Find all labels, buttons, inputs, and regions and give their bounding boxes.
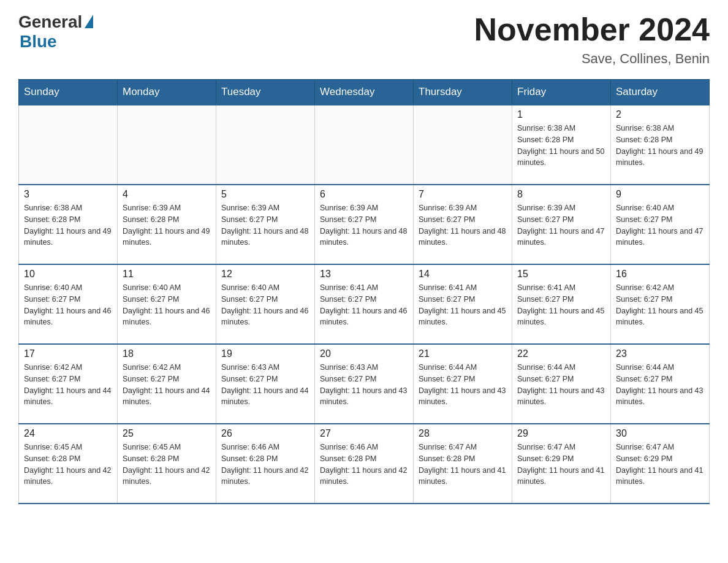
calendar-cell: 17Sunrise: 6:42 AM Sunset: 6:27 PM Dayli… <box>19 344 118 424</box>
day-number: 3 <box>24 189 112 200</box>
day-number: 20 <box>320 348 408 359</box>
day-number: 21 <box>419 348 507 359</box>
day-number: 2 <box>616 109 704 120</box>
day-number: 7 <box>419 189 507 200</box>
calendar-cell: 27Sunrise: 6:46 AM Sunset: 6:28 PM Dayli… <box>315 424 414 504</box>
calendar-cell: 12Sunrise: 6:40 AM Sunset: 6:27 PM Dayli… <box>216 264 315 344</box>
day-number: 17 <box>24 348 112 359</box>
weekday-header-saturday: Saturday <box>611 80 710 105</box>
calendar-cell: 3Sunrise: 6:38 AM Sunset: 6:28 PM Daylig… <box>19 185 118 264</box>
day-number: 19 <box>221 348 309 359</box>
calendar-week-1: 1Sunrise: 6:38 AM Sunset: 6:28 PM Daylig… <box>19 105 710 185</box>
calendar-cell: 13Sunrise: 6:41 AM Sunset: 6:27 PM Dayli… <box>315 264 414 344</box>
day-number: 29 <box>517 428 605 439</box>
day-info: Sunrise: 6:39 AM Sunset: 6:27 PM Dayligh… <box>517 202 605 248</box>
day-number: 24 <box>24 428 112 439</box>
day-info: Sunrise: 6:41 AM Sunset: 6:27 PM Dayligh… <box>517 282 605 328</box>
day-info: Sunrise: 6:38 AM Sunset: 6:28 PM Dayligh… <box>24 202 112 248</box>
day-info: Sunrise: 6:44 AM Sunset: 6:27 PM Dayligh… <box>419 362 507 408</box>
logo-triangle-icon <box>85 15 93 28</box>
day-info: Sunrise: 6:38 AM Sunset: 6:28 PM Dayligh… <box>517 123 605 169</box>
calendar-cell: 30Sunrise: 6:47 AM Sunset: 6:29 PM Dayli… <box>611 424 710 504</box>
weekday-header-thursday: Thursday <box>414 80 512 105</box>
weekday-header-sunday: Sunday <box>19 80 118 105</box>
calendar-cell <box>19 105 118 185</box>
logo-text: General <box>18 12 82 32</box>
day-info: Sunrise: 6:39 AM Sunset: 6:27 PM Dayligh… <box>221 202 309 248</box>
calendar-cell: 21Sunrise: 6:44 AM Sunset: 6:27 PM Dayli… <box>414 344 512 424</box>
calendar-cell: 8Sunrise: 6:39 AM Sunset: 6:27 PM Daylig… <box>512 185 611 264</box>
day-number: 13 <box>320 269 408 280</box>
day-info: Sunrise: 6:42 AM Sunset: 6:27 PM Dayligh… <box>616 282 704 328</box>
day-number: 4 <box>123 189 211 200</box>
day-number: 25 <box>123 428 211 439</box>
location-subtitle: Save, Collines, Benin <box>474 51 710 67</box>
day-info: Sunrise: 6:41 AM Sunset: 6:27 PM Dayligh… <box>320 282 408 328</box>
day-info: Sunrise: 6:38 AM Sunset: 6:28 PM Dayligh… <box>616 123 704 169</box>
calendar-cell: 29Sunrise: 6:47 AM Sunset: 6:29 PM Dayli… <box>512 424 611 504</box>
calendar-cell: 15Sunrise: 6:41 AM Sunset: 6:27 PM Dayli… <box>512 264 611 344</box>
day-number: 23 <box>616 348 704 359</box>
day-info: Sunrise: 6:46 AM Sunset: 6:28 PM Dayligh… <box>221 442 309 488</box>
day-number: 26 <box>221 428 309 439</box>
day-info: Sunrise: 6:45 AM Sunset: 6:28 PM Dayligh… <box>123 442 211 488</box>
day-info: Sunrise: 6:44 AM Sunset: 6:27 PM Dayligh… <box>517 362 605 408</box>
logo-general: General <box>18 12 93 32</box>
day-info: Sunrise: 6:42 AM Sunset: 6:27 PM Dayligh… <box>123 362 211 408</box>
calendar-cell: 18Sunrise: 6:42 AM Sunset: 6:27 PM Dayli… <box>118 344 216 424</box>
calendar-cell: 10Sunrise: 6:40 AM Sunset: 6:27 PM Dayli… <box>19 264 118 344</box>
day-number: 8 <box>517 189 605 200</box>
calendar-cell: 2Sunrise: 6:38 AM Sunset: 6:28 PM Daylig… <box>611 105 710 185</box>
day-number: 28 <box>419 428 507 439</box>
day-info: Sunrise: 6:39 AM Sunset: 6:28 PM Dayligh… <box>123 202 211 248</box>
day-number: 22 <box>517 348 605 359</box>
day-info: Sunrise: 6:40 AM Sunset: 6:27 PM Dayligh… <box>24 282 112 328</box>
day-info: Sunrise: 6:44 AM Sunset: 6:27 PM Dayligh… <box>616 362 704 408</box>
calendar-week-5: 24Sunrise: 6:45 AM Sunset: 6:28 PM Dayli… <box>19 424 710 504</box>
calendar-cell: 4Sunrise: 6:39 AM Sunset: 6:28 PM Daylig… <box>118 185 216 264</box>
day-number: 9 <box>616 189 704 200</box>
day-info: Sunrise: 6:39 AM Sunset: 6:27 PM Dayligh… <box>419 202 507 248</box>
calendar-cell: 9Sunrise: 6:40 AM Sunset: 6:27 PM Daylig… <box>611 185 710 264</box>
day-info: Sunrise: 6:40 AM Sunset: 6:27 PM Dayligh… <box>123 282 211 328</box>
calendar-cell <box>315 105 414 185</box>
logo-blue: Blue <box>20 32 57 52</box>
day-info: Sunrise: 6:46 AM Sunset: 6:28 PM Dayligh… <box>320 442 408 488</box>
day-info: Sunrise: 6:47 AM Sunset: 6:29 PM Dayligh… <box>517 442 605 488</box>
day-number: 30 <box>616 428 704 439</box>
calendar-cell: 20Sunrise: 6:43 AM Sunset: 6:27 PM Dayli… <box>315 344 414 424</box>
calendar-week-2: 3Sunrise: 6:38 AM Sunset: 6:28 PM Daylig… <box>19 185 710 264</box>
day-info: Sunrise: 6:45 AM Sunset: 6:28 PM Dayligh… <box>24 442 112 488</box>
calendar-table: SundayMondayTuesdayWednesdayThursdayFrid… <box>18 79 710 504</box>
calendar-cell <box>216 105 315 185</box>
calendar-cell: 19Sunrise: 6:43 AM Sunset: 6:27 PM Dayli… <box>216 344 315 424</box>
day-number: 12 <box>221 269 309 280</box>
calendar-week-4: 17Sunrise: 6:42 AM Sunset: 6:27 PM Dayli… <box>19 344 710 424</box>
calendar-header-row: SundayMondayTuesdayWednesdayThursdayFrid… <box>19 80 710 105</box>
day-info: Sunrise: 6:47 AM Sunset: 6:29 PM Dayligh… <box>616 442 704 488</box>
day-info: Sunrise: 6:43 AM Sunset: 6:27 PM Dayligh… <box>221 362 309 408</box>
calendar-cell: 1Sunrise: 6:38 AM Sunset: 6:28 PM Daylig… <box>512 105 611 185</box>
calendar-cell: 7Sunrise: 6:39 AM Sunset: 6:27 PM Daylig… <box>414 185 512 264</box>
day-number: 14 <box>419 269 507 280</box>
calendar-cell: 26Sunrise: 6:46 AM Sunset: 6:28 PM Dayli… <box>216 424 315 504</box>
calendar-cell: 28Sunrise: 6:47 AM Sunset: 6:28 PM Dayli… <box>414 424 512 504</box>
calendar-cell: 5Sunrise: 6:39 AM Sunset: 6:27 PM Daylig… <box>216 185 315 264</box>
calendar-cell <box>414 105 512 185</box>
calendar-cell: 25Sunrise: 6:45 AM Sunset: 6:28 PM Dayli… <box>118 424 216 504</box>
day-info: Sunrise: 6:40 AM Sunset: 6:27 PM Dayligh… <box>221 282 309 328</box>
day-number: 1 <box>517 109 605 120</box>
day-number: 27 <box>320 428 408 439</box>
calendar-cell: 22Sunrise: 6:44 AM Sunset: 6:27 PM Dayli… <box>512 344 611 424</box>
page-header: General Blue November 2024 Save, Colline… <box>18 12 710 67</box>
calendar-cell: 11Sunrise: 6:40 AM Sunset: 6:27 PM Dayli… <box>118 264 216 344</box>
calendar-cell <box>118 105 216 185</box>
day-number: 10 <box>24 269 112 280</box>
day-number: 11 <box>123 269 211 280</box>
calendar-cell: 23Sunrise: 6:44 AM Sunset: 6:27 PM Dayli… <box>611 344 710 424</box>
calendar-cell: 16Sunrise: 6:42 AM Sunset: 6:27 PM Dayli… <box>611 264 710 344</box>
day-info: Sunrise: 6:41 AM Sunset: 6:27 PM Dayligh… <box>419 282 507 328</box>
title-section: November 2024 Save, Collines, Benin <box>474 12 710 67</box>
day-number: 6 <box>320 189 408 200</box>
month-title: November 2024 <box>474 12 710 47</box>
